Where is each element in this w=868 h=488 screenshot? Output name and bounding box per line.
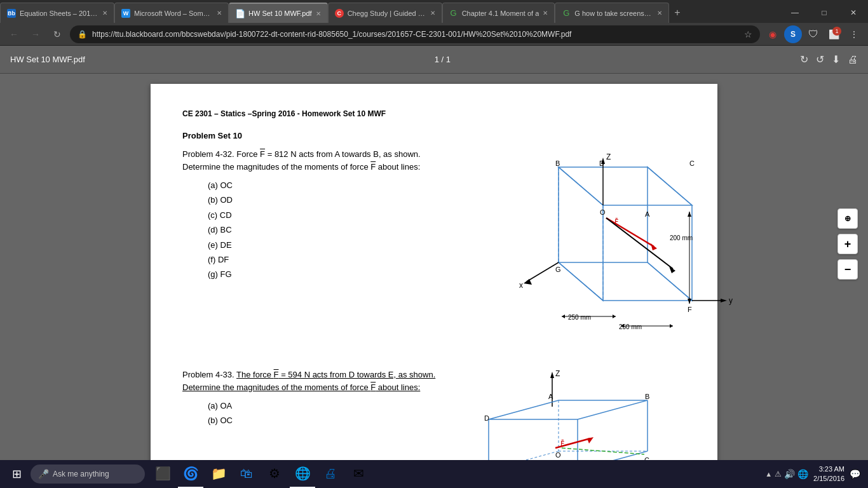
problem1-item-d: (d) BC	[208, 222, 444, 237]
reload-button[interactable]: ↻	[48, 25, 66, 43]
label-A: A	[645, 210, 650, 218]
back-button[interactable]: ←	[5, 25, 23, 43]
profile-icon[interactable]: S	[784, 25, 802, 43]
svg-marker-14	[651, 243, 657, 250]
chrome-icon: 🌐	[295, 466, 311, 481]
problem2-text-content: Problem 4-33. The force F = 594 N acts f…	[182, 370, 435, 392]
label-O: O	[600, 208, 606, 216]
diagram1-svg: Z y x D B C O A	[457, 148, 686, 351]
tab-close-5[interactable]: ✕	[543, 10, 548, 17]
problem1-diagram: Z y x D B C O A	[457, 148, 686, 353]
action-center-icon[interactable]: 💬	[850, 469, 860, 479]
svg-marker-16	[669, 266, 675, 273]
z-axis-label: Z	[606, 152, 611, 161]
pdf-toolbar-right: ↻ ↺ ⬇ 🖨	[800, 53, 858, 65]
svg-line-13	[606, 218, 654, 247]
taskbar-apps: ⬛ 🌀 📁 🛍 ⚙ 🌐 🖨 ✉	[150, 460, 371, 488]
forward-button[interactable]: →	[27, 25, 44, 43]
tab-favicon-1: Bb	[7, 9, 16, 18]
problem1-item-f: (f) DF	[208, 252, 444, 267]
tab-word[interactable]: W Microsoft Word – Some U ✕	[114, 3, 229, 23]
address-bar[interactable]: 🔒 https://ttu.blackboard.com/bbcswebdav/…	[70, 25, 760, 43]
label-A2: A	[548, 393, 553, 400]
problem2-title: Problem 4-33. The force F = 594 N acts f…	[182, 369, 444, 393]
minimize-button[interactable]: —	[780, 3, 810, 23]
chrome-app[interactable]: 🌐	[290, 460, 315, 488]
pdf-page-info: 1 / 1	[85, 55, 800, 64]
notification-badge: 1	[832, 27, 841, 36]
system-clock[interactable]: 3:23 AM 2/15/2016	[813, 464, 844, 484]
tab-title-6: G how to take screenshot o	[574, 10, 653, 17]
search-mic-icon: 🎤	[38, 469, 49, 479]
y-axis-label: y	[729, 296, 733, 305]
network-icon[interactable]: 🌐	[797, 469, 808, 479]
maximize-button[interactable]: □	[810, 3, 839, 23]
svg-marker-2	[648, 167, 692, 301]
taskbar-search[interactable]: 🎤 Ask me anything	[31, 464, 145, 484]
store-app[interactable]: 🛍	[234, 460, 259, 488]
taskbar: ⊞ 🎤 Ask me anything ⬛ 🌀 📁 🛍 ⚙ 🌐 🖨	[0, 460, 868, 488]
tab-pdf[interactable]: 📄 HW Set 10 MWF.pdf ✕	[229, 3, 328, 23]
profile-wrap: S	[784, 25, 802, 43]
address-right-icons: ☆	[744, 29, 752, 39]
problem1-item-b: (b) OD	[208, 193, 444, 207]
pdf-container[interactable]: CE 2301 – Statics –Spring 2016 - Homewor…	[0, 74, 868, 488]
volume-icon[interactable]: 🔊	[784, 469, 795, 479]
taskview-icon: ⬛	[155, 466, 171, 481]
pdf-refresh-button[interactable]: ↺	[816, 53, 824, 65]
antivirus-icon[interactable]: 🛡	[804, 25, 822, 43]
tab-chegg[interactable]: C Chegg Study | Guided Sol ✕	[328, 3, 442, 23]
zoom-out-button[interactable]: −	[837, 259, 858, 280]
window-controls: — □ ✕	[780, 3, 868, 23]
svg-line-11	[527, 262, 559, 281]
tab-title-1: Equation Sheets – 201657	[20, 10, 98, 17]
mail-app[interactable]: ✉	[346, 460, 371, 488]
tab-bar: Bb Equation Sheets – 201657 ✕ W Microsof…	[0, 0, 868, 23]
edge-icon: 🌀	[183, 466, 199, 481]
svg-marker-1	[559, 167, 603, 301]
tab-close-6[interactable]: ✕	[657, 10, 662, 17]
tab-chapter[interactable]: G Chapter 4.1 Moment of a ✕	[442, 3, 555, 23]
pdf-print-button[interactable]: 🖨	[848, 54, 858, 65]
menu-icon[interactable]: ⋮	[845, 25, 863, 43]
bookmark-icon[interactable]: ☆	[744, 29, 752, 39]
label-G: G	[555, 266, 561, 273]
edge-app[interactable]: 🌀	[178, 460, 203, 488]
label-O2: O	[555, 451, 561, 459]
content-area: CE 2301 – Statics –Spring 2016 - Homewor…	[0, 74, 868, 488]
zoom-fit-button[interactable]: ⊕	[837, 208, 858, 229]
svg-marker-12	[524, 279, 532, 285]
tab-favicon-6: G	[562, 9, 571, 18]
tab-close-2[interactable]: ✕	[217, 10, 222, 17]
pdf-page: CE 2301 – Statics –Spring 2016 - Homewor…	[151, 84, 717, 478]
pdf-title: HW Set 10 MWF.pdf	[10, 55, 85, 64]
hp-app[interactable]: 🖨	[318, 460, 343, 488]
svg-marker-27	[550, 372, 554, 378]
tab-favicon-3: 📄	[236, 9, 245, 18]
up-arrow-icon[interactable]: ▲	[765, 470, 772, 478]
mail-icon: ✉	[353, 466, 364, 481]
taskview-button[interactable]: ⬛	[150, 460, 175, 488]
label-B: B	[555, 159, 560, 167]
pdf-rotate-button[interactable]: ↻	[800, 53, 808, 65]
tab-equation-sheets[interactable]: Bb Equation Sheets – 201657 ✕	[0, 3, 114, 23]
notification-area: ▲ ⚠ 🔊 🌐	[765, 469, 808, 479]
tab-close-1[interactable]: ✕	[102, 10, 107, 17]
x-axis-label: x	[519, 281, 523, 290]
address-bar-row: ← → ↻ 🔒 https://ttu.blackboard.com/bbcsw…	[0, 23, 868, 46]
zoom-in-button[interactable]: +	[837, 234, 858, 254]
explorer-app[interactable]: 📁	[206, 460, 231, 488]
tab-screenshot[interactable]: G G how to take screenshot o ✕	[555, 3, 669, 23]
settings-app[interactable]: ⚙	[262, 460, 287, 488]
close-button[interactable]: ✕	[839, 3, 868, 23]
new-tab-button[interactable]: +	[669, 3, 685, 23]
problem2-item-b: (b) OC	[208, 413, 444, 428]
start-button[interactable]: ⊞	[3, 460, 31, 488]
problem2-item-a: (a) OA	[208, 398, 444, 413]
tab-close-3[interactable]: ✕	[316, 10, 321, 17]
extensions-icon[interactable]: ◉	[764, 25, 782, 43]
svg-marker-39	[587, 437, 593, 444]
tab-favicon-2: W	[121, 9, 130, 18]
pdf-download-button[interactable]: ⬇	[832, 53, 840, 65]
tab-close-4[interactable]: ✕	[430, 10, 435, 17]
